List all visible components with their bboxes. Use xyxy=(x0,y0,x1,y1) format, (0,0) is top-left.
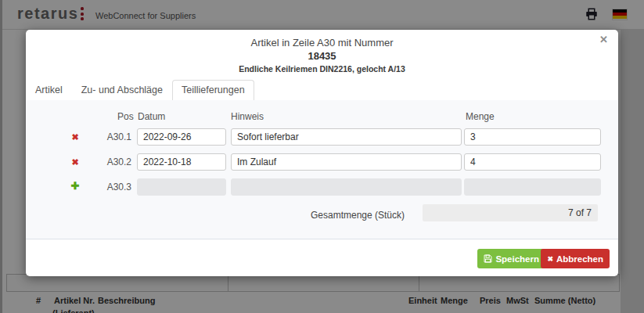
column-header-menge: Menge xyxy=(466,111,495,122)
row-pos-label: A30.2 xyxy=(95,156,131,167)
dialog-title: Artikel in Zeile A30 mit Nummer xyxy=(26,37,618,49)
screen: retarus WebConnect for Suppliers # Artik… xyxy=(0,0,644,313)
row-pos-label: A30.1 xyxy=(95,131,131,142)
hinweis-input-disabled xyxy=(231,178,462,196)
cancel-button-label: Abbrechen xyxy=(556,254,603,264)
remove-row-icon[interactable]: ✖ xyxy=(68,131,82,142)
tab-zu-und-abschlaege[interactable]: Zu- und Abschläge xyxy=(72,80,172,101)
column-header-pos: Pos xyxy=(117,111,134,122)
dialog-subtitle: Endliche Keilriemen DIN2216, gelocht A/1… xyxy=(26,64,618,74)
teillieferungen-dialog: ✕ Artikel in Zeile A30 mit Nummer 18435 … xyxy=(26,30,618,276)
save-button-label: Speichern xyxy=(495,254,539,264)
save-button[interactable]: Speichern xyxy=(477,249,545,268)
add-row-icon[interactable]: ✚ xyxy=(68,181,82,192)
remove-row-icon[interactable]: ✖ xyxy=(68,156,82,167)
total-quantity-label: Gesamtmenge (Stück) xyxy=(292,210,405,221)
column-header-datum: Datum xyxy=(138,111,165,122)
tab-teillieferungen[interactable]: Teillieferungen xyxy=(172,80,254,101)
cancel-x-icon: ✖ xyxy=(547,255,553,263)
datum-input[interactable] xyxy=(137,128,226,146)
menge-input-disabled xyxy=(464,178,601,196)
cancel-button[interactable]: ✖ Abbrechen xyxy=(541,249,610,268)
row-pos-label: A30.3 xyxy=(95,182,131,192)
tab-bar: Artikel Zu- und Abschläge Teillieferunge… xyxy=(26,80,618,101)
column-header-hinweis: Hinweis xyxy=(231,111,264,122)
datum-input[interactable] xyxy=(137,153,226,171)
article-number: 18435 xyxy=(26,50,618,62)
hinweis-input[interactable] xyxy=(231,128,462,146)
datum-input-disabled xyxy=(137,178,226,196)
menge-input[interactable] xyxy=(464,128,601,146)
menge-input[interactable] xyxy=(464,153,601,171)
total-quantity-value: 7 of 7 xyxy=(423,204,598,221)
floppy-disk-icon xyxy=(484,254,492,263)
hinweis-input[interactable] xyxy=(231,153,462,171)
tab-artikel[interactable]: Artikel xyxy=(26,80,72,101)
teillieferungen-pane: Pos Datum Hinweis Menge ✖ A30.1 ✖ A30.2 … xyxy=(26,100,618,239)
